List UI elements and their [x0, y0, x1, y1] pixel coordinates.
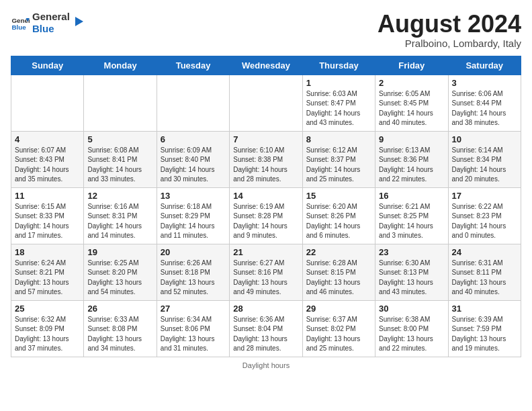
day-number: 1 — [306, 78, 371, 88]
calendar-cell: 27Sunrise: 6:34 AM Sunset: 8:06 PM Dayli… — [157, 300, 229, 357]
col-header-sunday: Sunday — [11, 56, 84, 75]
col-header-wednesday: Wednesday — [230, 56, 302, 75]
calendar-week-row: 4Sunrise: 6:07 AM Sunset: 8:43 PM Daylig… — [11, 131, 521, 187]
calendar-cell: 13Sunrise: 6:18 AM Sunset: 8:29 PM Dayli… — [157, 187, 229, 244]
logo: General Blue General Blue — [11, 11, 85, 35]
calendar-cell: 21Sunrise: 6:27 AM Sunset: 8:16 PM Dayli… — [230, 244, 302, 300]
day-detail: Sunrise: 6:20 AM Sunset: 8:26 PM Dayligh… — [306, 202, 371, 241]
logo-general: General — [32, 11, 70, 23]
logo-arrow-icon — [70, 14, 85, 29]
calendar-cell: 24Sunrise: 6:31 AM Sunset: 8:11 PM Dayli… — [448, 244, 521, 300]
day-detail: Sunrise: 6:33 AM Sunset: 8:08 PM Dayligh… — [87, 315, 152, 354]
svg-text:Blue: Blue — [11, 24, 26, 31]
day-number: 19 — [87, 247, 152, 257]
calendar-cell — [230, 75, 302, 131]
day-detail: Sunrise: 6:10 AM Sunset: 8:38 PM Dayligh… — [233, 146, 298, 185]
col-header-thursday: Thursday — [302, 56, 375, 75]
day-detail: Sunrise: 6:27 AM Sunset: 8:16 PM Dayligh… — [233, 259, 298, 298]
day-number: 28 — [233, 304, 298, 314]
day-number: 26 — [87, 304, 152, 314]
calendar-cell: 25Sunrise: 6:32 AM Sunset: 8:09 PM Dayli… — [11, 300, 84, 357]
calendar-table: SundayMondayTuesdayWednesdayThursdayFrid… — [11, 56, 521, 357]
calendar-cell: 23Sunrise: 6:30 AM Sunset: 8:13 PM Dayli… — [375, 244, 448, 300]
day-detail: Sunrise: 6:30 AM Sunset: 8:13 PM Dayligh… — [379, 259, 444, 298]
day-detail: Sunrise: 6:21 AM Sunset: 8:25 PM Dayligh… — [379, 202, 444, 241]
calendar-cell: 4Sunrise: 6:07 AM Sunset: 8:43 PM Daylig… — [11, 131, 84, 187]
day-number: 22 — [306, 247, 371, 257]
calendar-cell: 8Sunrise: 6:12 AM Sunset: 8:37 PM Daylig… — [302, 131, 375, 187]
calendar-cell: 20Sunrise: 6:26 AM Sunset: 8:18 PM Dayli… — [157, 244, 229, 300]
calendar-cell: 18Sunrise: 6:24 AM Sunset: 8:21 PM Dayli… — [11, 244, 84, 300]
day-detail: Sunrise: 6:31 AM Sunset: 8:11 PM Dayligh… — [452, 259, 517, 298]
calendar-title: August 2024 — [378, 11, 521, 38]
day-number: 8 — [306, 134, 371, 144]
day-number: 10 — [452, 134, 517, 144]
calendar-week-row: 18Sunrise: 6:24 AM Sunset: 8:21 PM Dayli… — [11, 244, 521, 300]
logo-icon: General Blue — [11, 13, 30, 32]
day-number: 24 — [452, 247, 517, 257]
calendar-week-row: 1Sunrise: 6:03 AM Sunset: 8:47 PM Daylig… — [11, 75, 521, 131]
day-detail: Sunrise: 6:12 AM Sunset: 8:37 PM Dayligh… — [306, 146, 371, 185]
calendar-cell: 15Sunrise: 6:20 AM Sunset: 8:26 PM Dayli… — [302, 187, 375, 244]
calendar-cell — [84, 75, 157, 131]
day-detail: Sunrise: 6:07 AM Sunset: 8:43 PM Dayligh… — [15, 146, 80, 185]
day-detail: Sunrise: 6:08 AM Sunset: 8:41 PM Dayligh… — [87, 146, 152, 185]
calendar-cell — [11, 75, 84, 131]
day-number: 27 — [161, 304, 226, 314]
col-header-saturday: Saturday — [448, 56, 521, 75]
svg-marker-3 — [75, 17, 83, 26]
calendar-cell: 6Sunrise: 6:09 AM Sunset: 8:40 PM Daylig… — [157, 131, 229, 187]
day-number: 12 — [87, 191, 152, 201]
calendar-cell: 30Sunrise: 6:38 AM Sunset: 8:00 PM Dayli… — [375, 300, 448, 357]
day-detail: Sunrise: 6:36 AM Sunset: 8:04 PM Dayligh… — [233, 315, 298, 354]
calendar-cell: 12Sunrise: 6:16 AM Sunset: 8:31 PM Dayli… — [84, 187, 157, 244]
day-detail: Sunrise: 6:25 AM Sunset: 8:20 PM Dayligh… — [87, 259, 152, 298]
calendar-cell: 29Sunrise: 6:37 AM Sunset: 8:02 PM Dayli… — [302, 300, 375, 357]
day-number: 13 — [161, 191, 226, 201]
day-number: 6 — [161, 134, 226, 144]
calendar-cell: 10Sunrise: 6:14 AM Sunset: 8:34 PM Dayli… — [448, 131, 521, 187]
day-number: 21 — [233, 247, 298, 257]
calendar-week-row: 25Sunrise: 6:32 AM Sunset: 8:09 PM Dayli… — [11, 300, 521, 357]
calendar-cell — [157, 75, 229, 131]
calendar-cell: 11Sunrise: 6:15 AM Sunset: 8:33 PM Dayli… — [11, 187, 84, 244]
calendar-cell: 1Sunrise: 6:03 AM Sunset: 8:47 PM Daylig… — [302, 75, 375, 131]
calendar-cell: 14Sunrise: 6:19 AM Sunset: 8:28 PM Dayli… — [230, 187, 302, 244]
day-detail: Sunrise: 6:32 AM Sunset: 8:09 PM Dayligh… — [15, 315, 80, 354]
day-number: 5 — [87, 134, 152, 144]
calendar-cell: 9Sunrise: 6:13 AM Sunset: 8:36 PM Daylig… — [375, 131, 448, 187]
day-detail: Sunrise: 6:22 AM Sunset: 8:23 PM Dayligh… — [452, 202, 517, 241]
day-number: 23 — [379, 247, 444, 257]
calendar-cell: 2Sunrise: 6:05 AM Sunset: 8:45 PM Daylig… — [375, 75, 448, 131]
day-number: 14 — [233, 191, 298, 201]
day-detail: Sunrise: 6:26 AM Sunset: 8:18 PM Dayligh… — [161, 259, 226, 298]
calendar-subtitle: Pralboino, Lombardy, Italy — [378, 38, 521, 49]
calendar-week-row: 11Sunrise: 6:15 AM Sunset: 8:33 PM Dayli… — [11, 187, 521, 244]
calendar-cell: 28Sunrise: 6:36 AM Sunset: 8:04 PM Dayli… — [230, 300, 302, 357]
calendar-cell: 16Sunrise: 6:21 AM Sunset: 8:25 PM Dayli… — [375, 187, 448, 244]
col-header-friday: Friday — [375, 56, 448, 75]
day-number: 31 — [452, 304, 517, 314]
day-detail: Sunrise: 6:03 AM Sunset: 8:47 PM Dayligh… — [306, 89, 371, 128]
day-number: 25 — [15, 304, 80, 314]
day-number: 20 — [161, 247, 226, 257]
calendar-cell: 31Sunrise: 6:39 AM Sunset: 7:59 PM Dayli… — [448, 300, 521, 357]
day-detail: Sunrise: 6:13 AM Sunset: 8:36 PM Dayligh… — [379, 146, 444, 185]
calendar-cell: 7Sunrise: 6:10 AM Sunset: 8:38 PM Daylig… — [230, 131, 302, 187]
day-number: 9 — [379, 134, 444, 144]
day-detail: Sunrise: 6:15 AM Sunset: 8:33 PM Dayligh… — [15, 202, 80, 241]
calendar-cell: 3Sunrise: 6:06 AM Sunset: 8:44 PM Daylig… — [448, 75, 521, 131]
day-number: 4 — [15, 134, 80, 144]
day-detail: Sunrise: 6:34 AM Sunset: 8:06 PM Dayligh… — [161, 315, 226, 354]
day-number: 16 — [379, 191, 444, 201]
day-number: 18 — [15, 247, 80, 257]
day-number: 2 — [379, 78, 444, 88]
calendar-cell: 26Sunrise: 6:33 AM Sunset: 8:08 PM Dayli… — [84, 300, 157, 357]
day-number: 15 — [306, 191, 371, 201]
day-detail: Sunrise: 6:05 AM Sunset: 8:45 PM Dayligh… — [379, 89, 444, 128]
day-number: 29 — [306, 304, 371, 314]
day-detail: Sunrise: 6:19 AM Sunset: 8:28 PM Dayligh… — [233, 202, 298, 241]
day-number: 11 — [15, 191, 80, 201]
day-detail: Sunrise: 6:09 AM Sunset: 8:40 PM Dayligh… — [161, 146, 226, 185]
day-detail: Sunrise: 6:18 AM Sunset: 8:29 PM Dayligh… — [161, 202, 226, 241]
